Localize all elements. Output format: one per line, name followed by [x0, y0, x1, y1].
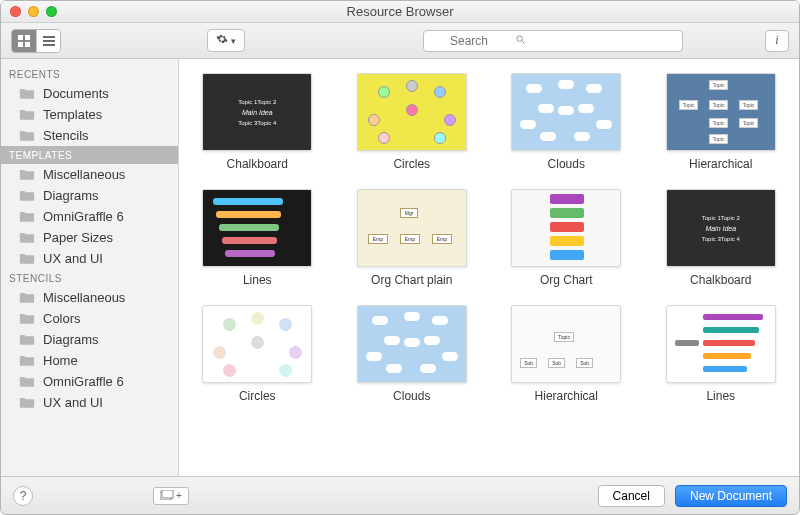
template-item[interactable]: MgrEmpEmpEmpOrg Chart plain [344, 189, 481, 287]
toolbar: ▾ i [1, 23, 799, 59]
add-stencil-button[interactable]: + [153, 487, 189, 505]
template-item[interactable]: TopicSubSubSubHierarchical [498, 305, 635, 403]
template-item[interactable]: Topic 1Topic 2Main IdeaTopic 3Topic 4Cha… [653, 189, 790, 287]
sidebar-item[interactable]: Miscellaneous [1, 287, 178, 308]
folder-icon [19, 108, 35, 121]
template-label: Clouds [548, 157, 585, 171]
footer: ? + Cancel New Document [1, 476, 799, 514]
sidebar: RECENTSDocumentsTemplatesStencilsTEMPLAT… [1, 59, 179, 476]
template-thumbnail [202, 305, 312, 383]
template-thumbnail: TopicSubSubSub [511, 305, 621, 383]
sidebar-item[interactable]: Templates [1, 104, 178, 125]
sidebar-item-label: UX and UI [43, 251, 103, 266]
template-item[interactable]: Lines [653, 305, 790, 403]
template-label: Lines [706, 389, 735, 403]
template-item[interactable]: Org Chart [498, 189, 635, 287]
folder-icon [19, 312, 35, 325]
template-thumbnail: MgrEmpEmpEmp [357, 189, 467, 267]
sidebar-item[interactable]: Miscellaneous [1, 164, 178, 185]
template-item[interactable]: Lines [189, 189, 326, 287]
template-label: Org Chart plain [371, 273, 452, 287]
svg-rect-2 [18, 42, 23, 47]
template-item[interactable]: Clouds [498, 73, 635, 171]
sidebar-item[interactable]: OmniGraffle 6 [1, 206, 178, 227]
template-item[interactable]: Circles [344, 73, 481, 171]
sidebar-item[interactable]: UX and UI [1, 248, 178, 269]
folder-icon [19, 87, 35, 100]
sidebar-item[interactable]: Colors [1, 308, 178, 329]
template-thumbnail [357, 305, 467, 383]
template-thumbnail: Topic 1Topic 2Main IdeaTopic 3Topic 4 [666, 189, 776, 267]
titlebar: Resource Browser [1, 1, 799, 23]
sidebar-item[interactable]: Stencils [1, 125, 178, 146]
template-label: Chalkboard [690, 273, 751, 287]
folder-icon [19, 231, 35, 244]
folder-icon [19, 375, 35, 388]
template-grid-scroll[interactable]: Topic 1Topic 2Main IdeaTopic 3Topic 4Cha… [179, 59, 799, 476]
chevron-down-icon: ▾ [231, 36, 236, 46]
sidebar-section-header[interactable]: STENCILS [1, 269, 178, 287]
sidebar-item-label: Home [43, 353, 78, 368]
template-label: Hierarchical [535, 389, 598, 403]
sidebar-item[interactable]: Home [1, 350, 178, 371]
sidebar-item[interactable]: UX and UI [1, 392, 178, 413]
template-item[interactable]: TopicTopicTopicTopicTopicTopicTopicHiera… [653, 73, 790, 171]
template-thumbnail [357, 73, 467, 151]
template-item[interactable]: Clouds [344, 305, 481, 403]
close-window-button[interactable] [10, 6, 21, 17]
sidebar-item[interactable]: Diagrams [1, 329, 178, 350]
new-document-button[interactable]: New Document [675, 485, 787, 507]
plus-icon: + [176, 490, 182, 501]
template-item[interactable]: Topic 1Topic 2Main IdeaTopic 3Topic 4Cha… [189, 73, 326, 171]
sidebar-item-label: UX and UI [43, 395, 103, 410]
sidebar-item-label: Colors [43, 311, 81, 326]
grid-view-button[interactable] [12, 30, 36, 52]
window-title: Resource Browser [1, 4, 799, 19]
sidebar-item-label: Stencils [43, 128, 89, 143]
sidebar-item-label: Paper Sizes [43, 230, 113, 245]
folder-icon [19, 129, 35, 142]
folder-icon [19, 291, 35, 304]
svg-rect-10 [162, 490, 173, 498]
template-item[interactable]: Circles [189, 305, 326, 403]
info-icon: i [775, 33, 778, 48]
traffic-lights [1, 6, 57, 17]
action-menu-button[interactable]: ▾ [207, 29, 245, 52]
sidebar-item[interactable]: Diagrams [1, 185, 178, 206]
info-button[interactable]: i [765, 30, 789, 52]
template-thumbnail [202, 189, 312, 267]
sidebar-item-label: Diagrams [43, 188, 99, 203]
template-grid: Topic 1Topic 2Main IdeaTopic 3Topic 4Cha… [189, 73, 789, 403]
svg-rect-4 [43, 36, 55, 38]
sidebar-item[interactable]: Documents [1, 83, 178, 104]
folder-icon [19, 354, 35, 367]
folder-icon [19, 396, 35, 409]
sidebar-item-label: Miscellaneous [43, 167, 125, 182]
template-thumbnail [666, 305, 776, 383]
minimize-window-button[interactable] [28, 6, 39, 17]
sidebar-section-header[interactable]: TEMPLATES [1, 146, 178, 164]
sidebar-section-header[interactable]: RECENTS [1, 65, 178, 83]
sidebar-item[interactable]: OmniGraffle 6 [1, 371, 178, 392]
template-label: Hierarchical [689, 157, 752, 171]
sidebar-item-label: OmniGraffle 6 [43, 209, 124, 224]
grid-icon [18, 35, 30, 47]
folder-icon [19, 168, 35, 181]
help-button[interactable]: ? [13, 486, 33, 506]
svg-rect-0 [18, 35, 23, 40]
resource-browser-window: Resource Browser ▾ i [0, 0, 800, 515]
folder-icon [19, 333, 35, 346]
sidebar-item[interactable]: Paper Sizes [1, 227, 178, 248]
sidebar-item-label: OmniGraffle 6 [43, 374, 124, 389]
cancel-button[interactable]: Cancel [598, 485, 665, 507]
template-label: Chalkboard [227, 157, 288, 171]
folder-icon [19, 252, 35, 265]
svg-rect-5 [43, 40, 55, 42]
search-field-wrap [423, 30, 683, 52]
folder-icon [19, 189, 35, 202]
zoom-window-button[interactable] [46, 6, 57, 17]
help-icon: ? [20, 489, 27, 503]
list-view-button[interactable] [36, 30, 60, 52]
search-input[interactable] [423, 30, 683, 52]
folder-icon [19, 210, 35, 223]
